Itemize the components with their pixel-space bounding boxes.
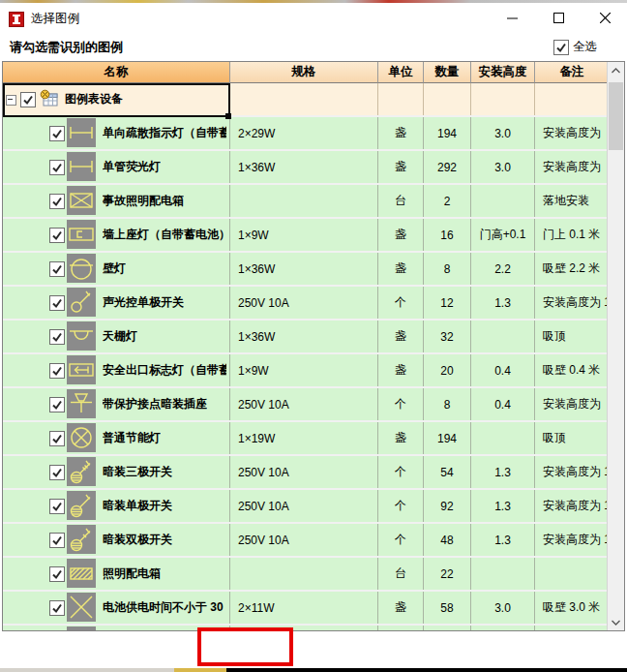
group-row[interactable]: 图例表设备: [3, 83, 609, 117]
qty-cell: 32: [424, 321, 471, 352]
column-header-4[interactable]: 安装高度: [471, 62, 535, 83]
table-row[interactable]: 单管荧光灯1×36W盏2923.0安装高度为: [3, 151, 609, 185]
unit-cell: 个: [378, 490, 424, 522]
scrollbar-thumb[interactable]: [609, 82, 623, 150]
titlebar: 选择图例: [0, 3, 627, 32]
table-row[interactable]: 暗装单极开关250V 10A个921.3安装高度为 1: [3, 490, 609, 524]
row-checkbox[interactable]: [49, 228, 65, 243]
maximize-button[interactable]: [542, 3, 575, 32]
symbol-swatch: [67, 118, 96, 147]
symbol-swatch: [67, 559, 96, 588]
spec-cell: 1×36W: [230, 321, 378, 352]
group-checkbox[interactable]: [20, 92, 36, 107]
unit-cell: 个: [378, 388, 424, 420]
select-all-checkbox[interactable]: [553, 40, 569, 55]
column-header-1[interactable]: 规格: [230, 62, 378, 83]
row-checkbox[interactable]: [49, 465, 65, 480]
scroll-up-button[interactable]: [608, 62, 624, 78]
row-checkbox[interactable]: [49, 431, 65, 446]
name-cell: 暗装三极开关: [3, 456, 230, 488]
legend-name: 声光控单极开关: [103, 294, 184, 311]
group-empty-cell: [230, 83, 378, 115]
qty-cell: 16: [424, 219, 471, 251]
table-row[interactable]: 安全出口标志灯（自带蓄...1×9W盏200.4吸壁 0.4 米: [3, 354, 609, 388]
table-row[interactable]: 电池供电时间不小于 30 ...2×11W盏583.0吸壁 3.0 米: [3, 592, 609, 626]
column-header-3[interactable]: 数量: [424, 62, 471, 83]
symbol-swatch: [67, 491, 96, 520]
row-checkbox[interactable]: [49, 397, 65, 412]
row-checkbox[interactable]: [49, 261, 65, 277]
close-button[interactable]: [588, 3, 621, 32]
table-row[interactable]: 暗装双极开关250V 10A个481.3安装高度为 1: [3, 524, 609, 558]
table-row[interactable]: 普通节能灯1×19W盏194吸顶: [3, 422, 609, 456]
unit-cell: 盏: [378, 422, 424, 454]
row-checkbox[interactable]: [49, 499, 65, 514]
legend-name: 天棚灯: [103, 328, 137, 345]
symbol-swatch: [67, 593, 96, 622]
scroll-down-button[interactable]: [608, 614, 624, 630]
row-checkbox[interactable]: [49, 363, 65, 379]
qty-cell: 48: [424, 524, 471, 556]
height-cell: 1.3: [471, 490, 535, 522]
group-empty-cell: [378, 83, 424, 115]
column-header-5[interactable]: 备注: [535, 62, 609, 83]
qty-cell: 194: [424, 117, 471, 149]
row-checkbox[interactable]: [49, 600, 65, 616]
name-cell: 墙上座灯（自带蓄电池）...: [3, 219, 230, 251]
qty-cell: 292: [424, 151, 471, 183]
legend-table: 名称规格单位数量安装高度备注 图例表设备单向疏散指示灯（自带蓄...2×29W盏…: [2, 61, 625, 631]
row-checkbox[interactable]: [49, 160, 65, 175]
row-checkbox[interactable]: [49, 533, 65, 548]
qty-cell: 8: [424, 253, 471, 285]
unit-cell: 盏: [378, 321, 424, 352]
check-icon: [51, 263, 63, 275]
table-row[interactable]: 事故照明配电箱台2落地安装: [3, 185, 609, 219]
legend-name: 带保护接点暗装插座: [103, 396, 207, 412]
legend-table-icon: [40, 89, 59, 108]
remark-cell: [535, 558, 609, 590]
legend-name: 壁灯: [103, 260, 126, 277]
column-header-0[interactable]: 名称: [3, 62, 230, 83]
fluorescent-lamp-icon: [67, 152, 96, 181]
remark-cell: 安装高度为 1: [535, 490, 609, 522]
symbol-swatch: [67, 423, 96, 452]
unit-cell: 盏: [378, 219, 424, 251]
table-row[interactable]: 壁灯1×36W盏82.2吸壁 2.2 米: [3, 253, 609, 287]
qty-cell: 20: [424, 354, 471, 386]
table-row[interactable]: 天棚灯1×36W盏32吸顶: [3, 321, 609, 354]
unit-cell: 个: [378, 524, 424, 556]
table-row[interactable]: 带保护接点暗装插座250V 10A个80.4安装高度为: [3, 388, 609, 422]
row-checkbox[interactable]: [49, 194, 65, 209]
table-row[interactable]: 声光控单极开关250V 10A个121.3安装高度为 1: [3, 287, 609, 321]
minimize-button[interactable]: [495, 3, 528, 32]
qty-cell: 2: [424, 185, 471, 217]
check-icon: [22, 94, 34, 106]
wall-lamp-icon: [67, 254, 96, 283]
legend-name: 事故照明配电箱: [103, 193, 184, 209]
symbol-swatch: [67, 186, 96, 215]
row-checkbox[interactable]: [49, 126, 65, 141]
unit-cell: 盏: [378, 354, 424, 386]
spec-cell: 1×36W: [230, 151, 378, 183]
app-logo-icon: [9, 12, 24, 27]
circle-cross-lamp-icon: [67, 423, 96, 452]
group-empty-cell: [471, 83, 535, 115]
row-checkbox[interactable]: [49, 295, 65, 311]
switch-single-icon: [67, 491, 96, 520]
legend-name: 暗装双极开关: [103, 532, 172, 548]
group-empty-cell: [535, 83, 609, 115]
row-checkbox[interactable]: [49, 329, 65, 345]
remark-cell: 门上 0.1 米: [535, 219, 609, 251]
remark-cell: 吸顶: [535, 422, 609, 454]
table-row[interactable]: 暗装三极开关250V 10A个541.3安装高度为 1: [3, 456, 609, 490]
table-row[interactable]: 单向疏散指示灯（自带蓄...2×29W盏1943.0安装高度为: [3, 117, 609, 151]
vertical-scrollbar[interactable]: [607, 62, 624, 630]
table-row[interactable]: 照明配电箱台22: [3, 558, 609, 592]
column-header-2[interactable]: 单位: [378, 62, 424, 83]
table-row[interactable]: 墙上座灯（自带蓄电池）...1×9W盏16门高+0.1门上 0.1 米: [3, 219, 609, 253]
collapse-expander-icon[interactable]: [6, 95, 16, 106]
qty-cell: 194: [424, 422, 471, 454]
name-cell: 暗装双极开关: [3, 524, 230, 556]
row-checkbox[interactable]: [49, 566, 65, 582]
spec-cell: [230, 185, 378, 217]
